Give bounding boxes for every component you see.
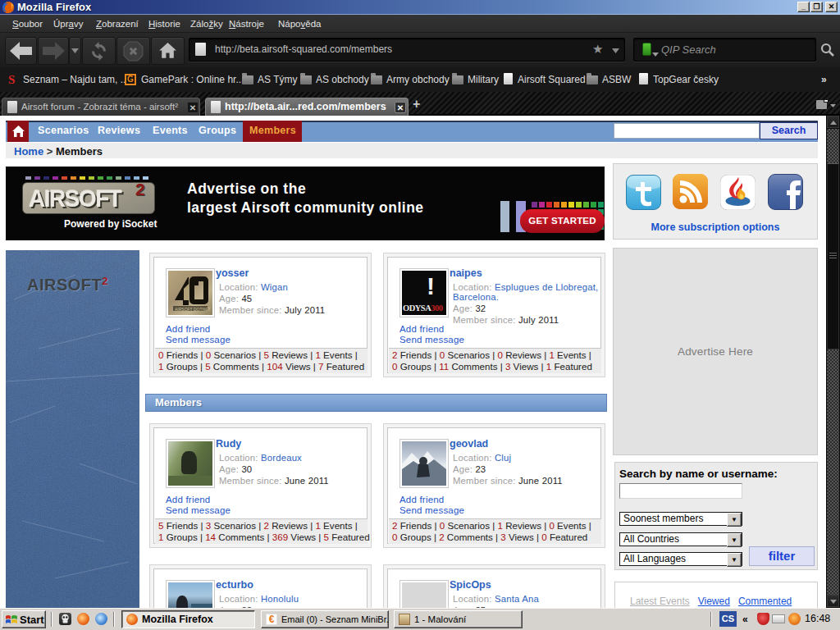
svg-text:AIRSOFT DOTNET: AIRSOFT DOTNET (175, 307, 211, 312)
